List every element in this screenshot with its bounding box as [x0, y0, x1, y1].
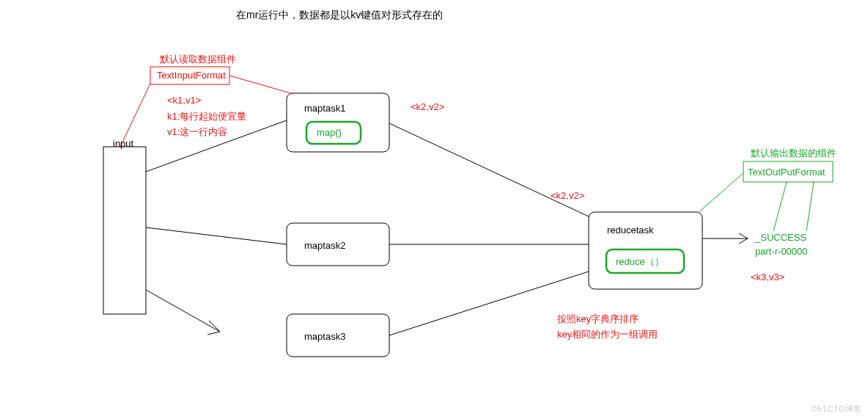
svg-line-3 [146, 290, 220, 332]
diagram-title: 在mr运行中，数据都是以kv键值对形式存在的 [236, 9, 443, 22]
maptask3-label: maptask3 [304, 331, 345, 342]
k1v1-pair: <k1,v1> [167, 95, 201, 106]
svg-line-14 [739, 233, 748, 238]
svg-line-21 [773, 182, 787, 231]
watermark: ©51CTO博客 [812, 404, 862, 415]
svg-line-5 [207, 332, 220, 335]
maptask1-label: maptask1 [304, 103, 345, 114]
v1-desc: v1:这一行内容 [167, 125, 227, 139]
reduce-sort-note-2: key相同的作为一组调用 [557, 328, 658, 341]
svg-line-18 [229, 76, 293, 94]
output-success: _SUCCESS [755, 232, 806, 243]
k1-desc: k1:每行起始便宜量 [167, 110, 246, 123]
k2v2-top: <k2,v2> [411, 101, 444, 112]
connector-lines [0, 0, 868, 419]
reducetask-label: reducetask [607, 225, 654, 236]
diagram-stage: 在mr运行中，数据都是以kv键值对形式存在的 input 默认读取数据组件 Te… [0, 0, 868, 419]
maptask2-label: maptask2 [304, 240, 345, 251]
svg-rect-0 [103, 147, 146, 314]
text-input-format-name: TextInputFormat [157, 70, 226, 81]
reduce-sort-note-1: 按照key字典序排序 [557, 313, 639, 326]
text-input-format-note: 默认读取数据组件 [160, 53, 236, 66]
k2v2-mid: <k2,v2> [551, 190, 584, 201]
svg-rect-12 [589, 212, 702, 289]
svg-rect-6 [287, 93, 389, 152]
map-fn-label: map() [317, 127, 342, 138]
svg-line-20 [698, 173, 743, 213]
reduce-fn-label: reduce（） [616, 255, 664, 269]
svg-line-4 [209, 321, 220, 332]
text-output-format-name: TextOutPutFormat [748, 167, 825, 178]
svg-line-9 [389, 123, 589, 216]
svg-line-22 [806, 182, 814, 231]
output-part: part-r-00000 [755, 246, 808, 257]
text-output-format-note: 默认输出数据的组件 [751, 147, 836, 160]
svg-line-2 [146, 227, 287, 244]
svg-line-15 [739, 238, 748, 244]
input-label: input [113, 138, 133, 149]
k3v3-label: <k3,v3> [751, 272, 784, 283]
